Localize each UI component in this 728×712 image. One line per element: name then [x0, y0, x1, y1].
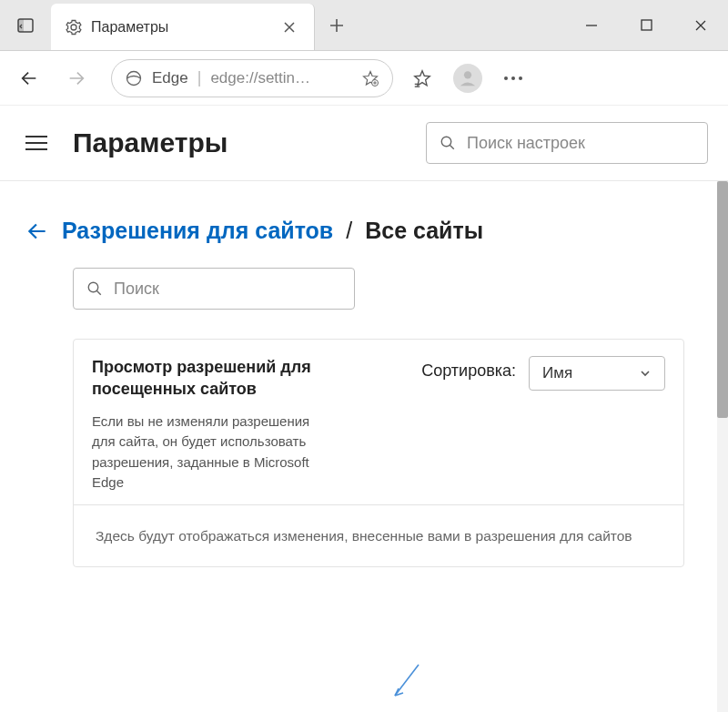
- svg-point-10: [88, 282, 98, 292]
- new-tab-button[interactable]: [315, 0, 359, 50]
- breadcrumb-parent[interactable]: Разрешения для сайтов: [62, 218, 333, 244]
- tab-title: Параметры: [91, 19, 270, 36]
- breadcrumb-back-button[interactable]: [25, 219, 49, 243]
- tabs-panel-button[interactable]: [0, 0, 51, 50]
- svg-point-5: [464, 71, 471, 78]
- address-engine-label: Edge: [152, 69, 188, 87]
- content-area: Параметры Разрешения для сайтов / Все са…: [0, 106, 728, 712]
- breadcrumb: Разрешения для сайтов / Все сайты: [25, 218, 703, 244]
- search-icon: [440, 135, 456, 151]
- tab-close-button[interactable]: [279, 17, 299, 37]
- edge-logo-icon: [125, 69, 143, 87]
- browser-toolbar: Edge | edge://settin…: [0, 51, 728, 106]
- scrollbar[interactable]: [717, 181, 728, 712]
- permissions-card: Просмотр разрешений для посещенных сайто…: [73, 339, 684, 567]
- sort-select[interactable]: Имя: [529, 356, 665, 391]
- card-description: Если вы не изменяли разрешения для сайта…: [92, 412, 310, 493]
- svg-point-3: [127, 71, 141, 85]
- address-bar[interactable]: Edge | edge://settin…: [111, 59, 393, 97]
- svg-point-9: [441, 137, 451, 147]
- more-menu-button[interactable]: [491, 56, 535, 100]
- back-button[interactable]: [7, 56, 51, 100]
- settings-header: Параметры: [0, 106, 728, 181]
- titlebar: Параметры: [0, 0, 728, 51]
- minimize-button[interactable]: [564, 0, 619, 50]
- settings-menu-button[interactable]: [20, 130, 53, 156]
- site-permissions-search[interactable]: [73, 268, 355, 310]
- favorites-button[interactable]: [400, 56, 444, 100]
- breadcrumb-separator: /: [346, 218, 352, 244]
- settings-search-input[interactable]: [467, 134, 694, 153]
- svg-rect-2: [642, 20, 652, 30]
- address-url: edge://settin…: [210, 69, 352, 87]
- sort-label: Сортировка:: [421, 356, 516, 381]
- gear-icon: [66, 19, 82, 36]
- search-icon: [86, 280, 103, 297]
- forward-button: [55, 56, 98, 100]
- settings-search[interactable]: [426, 122, 708, 164]
- close-window-button[interactable]: [673, 0, 728, 50]
- sort-value: Имя: [542, 364, 572, 382]
- window-controls: [564, 0, 728, 50]
- empty-state-message: Здесь будут отображаться изменения, внес…: [74, 504, 683, 566]
- add-favorite-icon[interactable]: [361, 69, 379, 87]
- avatar-icon: [453, 64, 482, 93]
- scrollbar-thumb[interactable]: [717, 181, 728, 418]
- browser-tab[interactable]: Параметры: [51, 4, 315, 50]
- site-permissions-search-input[interactable]: [114, 280, 341, 299]
- profile-button[interactable]: [446, 56, 490, 100]
- chevron-down-icon: [639, 367, 652, 380]
- card-heading: Просмотр разрешений для посещенных сайто…: [92, 356, 329, 401]
- address-divider: |: [197, 68, 202, 87]
- breadcrumb-current: Все сайты: [365, 218, 483, 244]
- main-area: Разрешения для сайтов / Все сайты Просмо…: [0, 181, 728, 712]
- maximize-button[interactable]: [619, 0, 673, 50]
- svg-point-7: [511, 76, 515, 80]
- settings-title: Параметры: [73, 127, 406, 158]
- svg-point-6: [504, 76, 508, 80]
- svg-point-8: [519, 76, 522, 80]
